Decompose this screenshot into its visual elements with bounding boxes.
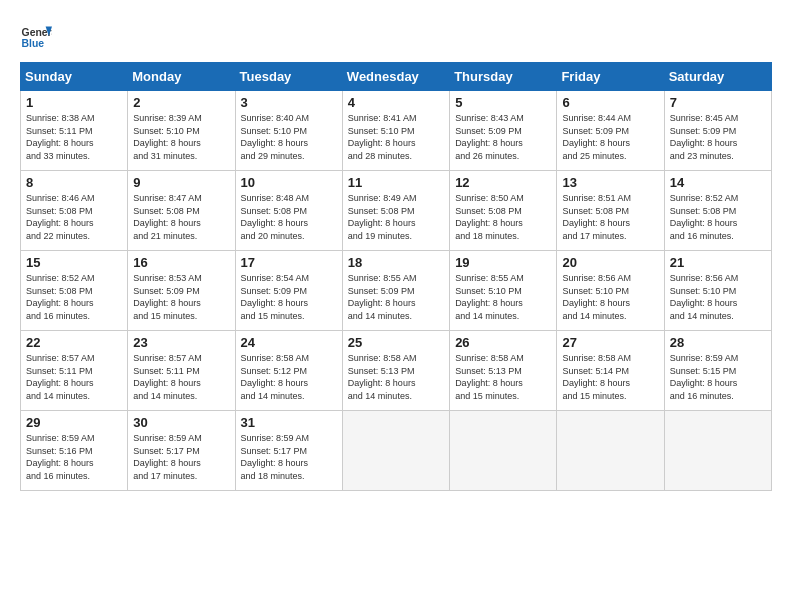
page-header: General Blue — [20, 20, 772, 52]
day-info: Sunrise: 8:55 AMSunset: 5:09 PMDaylight:… — [348, 272, 444, 322]
calendar-cell: 12 Sunrise: 8:50 AMSunset: 5:08 PMDaylig… — [450, 171, 557, 251]
day-number: 1 — [26, 95, 122, 110]
day-info: Sunrise: 8:57 AMSunset: 5:11 PMDaylight:… — [26, 352, 122, 402]
day-info: Sunrise: 8:39 AMSunset: 5:10 PMDaylight:… — [133, 112, 229, 162]
day-number: 17 — [241, 255, 337, 270]
calendar-cell: 29 Sunrise: 8:59 AMSunset: 5:16 PMDaylig… — [21, 411, 128, 491]
calendar-cell: 21 Sunrise: 8:56 AMSunset: 5:10 PMDaylig… — [664, 251, 771, 331]
calendar-cell: 19 Sunrise: 8:55 AMSunset: 5:10 PMDaylig… — [450, 251, 557, 331]
day-info: Sunrise: 8:43 AMSunset: 5:09 PMDaylight:… — [455, 112, 551, 162]
weekday-header-wednesday: Wednesday — [342, 63, 449, 91]
day-number: 25 — [348, 335, 444, 350]
day-number: 30 — [133, 415, 229, 430]
calendar-cell: 24 Sunrise: 8:58 AMSunset: 5:12 PMDaylig… — [235, 331, 342, 411]
day-info: Sunrise: 8:59 AMSunset: 5:15 PMDaylight:… — [670, 352, 766, 402]
calendar-cell: 9 Sunrise: 8:47 AMSunset: 5:08 PMDayligh… — [128, 171, 235, 251]
day-info: Sunrise: 8:58 AMSunset: 5:12 PMDaylight:… — [241, 352, 337, 402]
day-info: Sunrise: 8:41 AMSunset: 5:10 PMDaylight:… — [348, 112, 444, 162]
day-info: Sunrise: 8:51 AMSunset: 5:08 PMDaylight:… — [562, 192, 658, 242]
day-info: Sunrise: 8:48 AMSunset: 5:08 PMDaylight:… — [241, 192, 337, 242]
day-info: Sunrise: 8:56 AMSunset: 5:10 PMDaylight:… — [562, 272, 658, 322]
day-number: 4 — [348, 95, 444, 110]
calendar-cell: 18 Sunrise: 8:55 AMSunset: 5:09 PMDaylig… — [342, 251, 449, 331]
day-number: 8 — [26, 175, 122, 190]
day-info: Sunrise: 8:59 AMSunset: 5:17 PMDaylight:… — [241, 432, 337, 482]
calendar-cell: 26 Sunrise: 8:58 AMSunset: 5:13 PMDaylig… — [450, 331, 557, 411]
calendar-cell: 1 Sunrise: 8:38 AMSunset: 5:11 PMDayligh… — [21, 91, 128, 171]
calendar-cell: 5 Sunrise: 8:43 AMSunset: 5:09 PMDayligh… — [450, 91, 557, 171]
day-number: 24 — [241, 335, 337, 350]
day-info: Sunrise: 8:44 AMSunset: 5:09 PMDaylight:… — [562, 112, 658, 162]
calendar-cell: 27 Sunrise: 8:58 AMSunset: 5:14 PMDaylig… — [557, 331, 664, 411]
calendar-cell: 20 Sunrise: 8:56 AMSunset: 5:10 PMDaylig… — [557, 251, 664, 331]
day-info: Sunrise: 8:50 AMSunset: 5:08 PMDaylight:… — [455, 192, 551, 242]
calendar-table: SundayMondayTuesdayWednesdayThursdayFrid… — [20, 62, 772, 491]
day-number: 23 — [133, 335, 229, 350]
day-info: Sunrise: 8:55 AMSunset: 5:10 PMDaylight:… — [455, 272, 551, 322]
day-number: 2 — [133, 95, 229, 110]
day-number: 3 — [241, 95, 337, 110]
calendar-cell — [664, 411, 771, 491]
weekday-header-sunday: Sunday — [21, 63, 128, 91]
day-info: Sunrise: 8:38 AMSunset: 5:11 PMDaylight:… — [26, 112, 122, 162]
day-info: Sunrise: 8:58 AMSunset: 5:13 PMDaylight:… — [455, 352, 551, 402]
day-info: Sunrise: 8:52 AMSunset: 5:08 PMDaylight:… — [26, 272, 122, 322]
calendar-cell: 11 Sunrise: 8:49 AMSunset: 5:08 PMDaylig… — [342, 171, 449, 251]
calendar-cell: 22 Sunrise: 8:57 AMSunset: 5:11 PMDaylig… — [21, 331, 128, 411]
calendar-cell: 8 Sunrise: 8:46 AMSunset: 5:08 PMDayligh… — [21, 171, 128, 251]
day-info: Sunrise: 8:46 AMSunset: 5:08 PMDaylight:… — [26, 192, 122, 242]
day-info: Sunrise: 8:53 AMSunset: 5:09 PMDaylight:… — [133, 272, 229, 322]
calendar-cell — [450, 411, 557, 491]
calendar-week-row: 22 Sunrise: 8:57 AMSunset: 5:11 PMDaylig… — [21, 331, 772, 411]
calendar-cell: 6 Sunrise: 8:44 AMSunset: 5:09 PMDayligh… — [557, 91, 664, 171]
day-number: 21 — [670, 255, 766, 270]
calendar-cell: 30 Sunrise: 8:59 AMSunset: 5:17 PMDaylig… — [128, 411, 235, 491]
day-info: Sunrise: 8:47 AMSunset: 5:08 PMDaylight:… — [133, 192, 229, 242]
calendar-cell: 13 Sunrise: 8:51 AMSunset: 5:08 PMDaylig… — [557, 171, 664, 251]
calendar-cell — [557, 411, 664, 491]
weekday-header-monday: Monday — [128, 63, 235, 91]
day-info: Sunrise: 8:56 AMSunset: 5:10 PMDaylight:… — [670, 272, 766, 322]
day-number: 18 — [348, 255, 444, 270]
day-number: 12 — [455, 175, 551, 190]
day-info: Sunrise: 8:59 AMSunset: 5:17 PMDaylight:… — [133, 432, 229, 482]
calendar-cell: 28 Sunrise: 8:59 AMSunset: 5:15 PMDaylig… — [664, 331, 771, 411]
calendar-cell: 10 Sunrise: 8:48 AMSunset: 5:08 PMDaylig… — [235, 171, 342, 251]
weekday-header-row: SundayMondayTuesdayWednesdayThursdayFrid… — [21, 63, 772, 91]
weekday-header-friday: Friday — [557, 63, 664, 91]
day-number: 16 — [133, 255, 229, 270]
day-number: 9 — [133, 175, 229, 190]
day-number: 27 — [562, 335, 658, 350]
day-info: Sunrise: 8:49 AMSunset: 5:08 PMDaylight:… — [348, 192, 444, 242]
day-number: 7 — [670, 95, 766, 110]
day-info: Sunrise: 8:40 AMSunset: 5:10 PMDaylight:… — [241, 112, 337, 162]
calendar-week-row: 15 Sunrise: 8:52 AMSunset: 5:08 PMDaylig… — [21, 251, 772, 331]
day-number: 31 — [241, 415, 337, 430]
calendar-cell: 15 Sunrise: 8:52 AMSunset: 5:08 PMDaylig… — [21, 251, 128, 331]
day-info: Sunrise: 8:58 AMSunset: 5:13 PMDaylight:… — [348, 352, 444, 402]
calendar-cell: 7 Sunrise: 8:45 AMSunset: 5:09 PMDayligh… — [664, 91, 771, 171]
day-info: Sunrise: 8:54 AMSunset: 5:09 PMDaylight:… — [241, 272, 337, 322]
day-info: Sunrise: 8:45 AMSunset: 5:09 PMDaylight:… — [670, 112, 766, 162]
calendar-week-row: 29 Sunrise: 8:59 AMSunset: 5:16 PMDaylig… — [21, 411, 772, 491]
calendar-cell: 17 Sunrise: 8:54 AMSunset: 5:09 PMDaylig… — [235, 251, 342, 331]
day-number: 6 — [562, 95, 658, 110]
calendar-cell: 25 Sunrise: 8:58 AMSunset: 5:13 PMDaylig… — [342, 331, 449, 411]
calendar-week-row: 8 Sunrise: 8:46 AMSunset: 5:08 PMDayligh… — [21, 171, 772, 251]
day-number: 28 — [670, 335, 766, 350]
day-number: 20 — [562, 255, 658, 270]
calendar-cell: 23 Sunrise: 8:57 AMSunset: 5:11 PMDaylig… — [128, 331, 235, 411]
calendar-cell — [342, 411, 449, 491]
calendar-cell: 14 Sunrise: 8:52 AMSunset: 5:08 PMDaylig… — [664, 171, 771, 251]
logo-icon: General Blue — [20, 20, 52, 52]
calendar-week-row: 1 Sunrise: 8:38 AMSunset: 5:11 PMDayligh… — [21, 91, 772, 171]
day-number: 14 — [670, 175, 766, 190]
day-number: 26 — [455, 335, 551, 350]
day-number: 22 — [26, 335, 122, 350]
day-number: 5 — [455, 95, 551, 110]
calendar-cell: 4 Sunrise: 8:41 AMSunset: 5:10 PMDayligh… — [342, 91, 449, 171]
day-info: Sunrise: 8:57 AMSunset: 5:11 PMDaylight:… — [133, 352, 229, 402]
day-number: 15 — [26, 255, 122, 270]
day-number: 10 — [241, 175, 337, 190]
calendar-cell: 3 Sunrise: 8:40 AMSunset: 5:10 PMDayligh… — [235, 91, 342, 171]
